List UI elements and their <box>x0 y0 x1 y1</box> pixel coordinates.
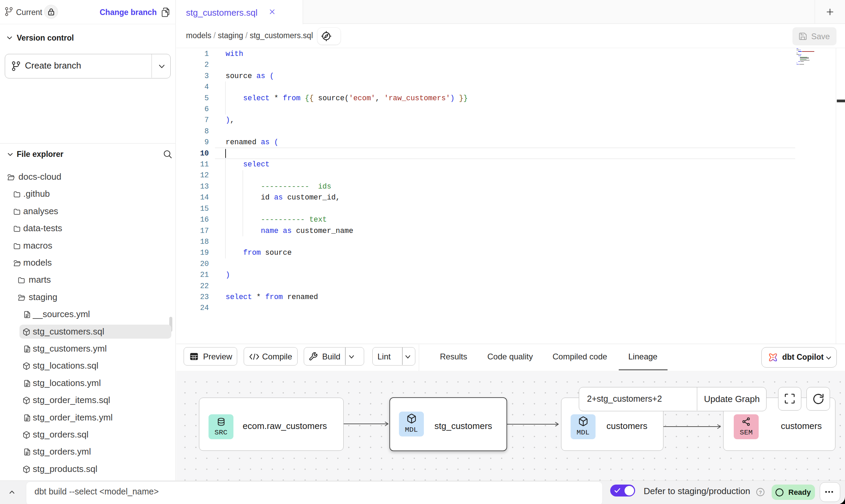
svg-text:?: ? <box>759 489 762 495</box>
